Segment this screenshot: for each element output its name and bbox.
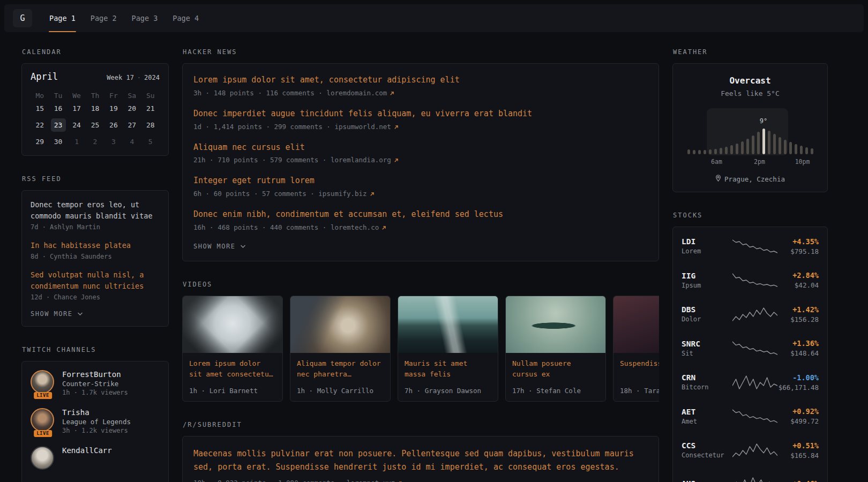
hn-item-title[interactable]: Donec enim nibh, condimentum et accumsan… bbox=[193, 209, 648, 221]
twitch-channel[interactable]: LIVE ForrestBurton Counter-Strike 1h · 1… bbox=[31, 370, 160, 396]
hn-item-title[interactable]: Aliquam nec cursus elit bbox=[193, 142, 648, 154]
hn-item-stats: 21h · 710 points · 579 comments · bbox=[193, 156, 331, 164]
video-card[interactable]: Suspendisse diam 18h · Tara bbox=[613, 296, 659, 402]
calendar-day-header: Mo bbox=[31, 91, 49, 100]
hn-item-domain[interactable]: loremdomain.com bbox=[326, 89, 387, 97]
hn-item: Lorem ipsum dolor sit amet, consectetur … bbox=[193, 74, 648, 97]
weather-bar bbox=[752, 135, 754, 154]
weather-bar bbox=[779, 137, 781, 154]
twitch-widget: TWITCH CHANNELS LIVE ForrestBurton Count… bbox=[21, 346, 169, 482]
twitch-channel[interactable]: LIVE Trisha League of Legends 3h · 1.2k … bbox=[31, 408, 160, 434]
hn-item-title[interactable]: Integer eget rutrum lorem bbox=[193, 175, 648, 187]
hn-item-domain[interactable]: ipsumworld.net bbox=[334, 123, 391, 131]
channel-name[interactable]: Trisha bbox=[62, 408, 131, 417]
stock-row: AHS +0.46% bbox=[682, 468, 819, 482]
rss-show-more-button[interactable]: SHOW MORE bbox=[31, 310, 83, 318]
external-link-icon bbox=[391, 123, 399, 131]
video-card[interactable]: Nullam posuere cursus ex 17h · Stefan Co… bbox=[505, 296, 606, 402]
calendar-day: 24 bbox=[68, 117, 86, 133]
page-tab[interactable]: Page 3 bbox=[124, 4, 166, 32]
calendar-day: 3 bbox=[104, 133, 123, 150]
weather-card: Overcast Feels like 5°C 9° 6am 2pm 10pm … bbox=[672, 63, 828, 192]
video-title[interactable]: Suspendisse diam bbox=[613, 353, 659, 369]
hn-item-meta: 3h · 148 points · 116 comments · loremdo… bbox=[193, 89, 648, 97]
subreddit-post-stats: 19h · 9,932 points · 1,090 comments · bbox=[193, 479, 347, 482]
video-card[interactable]: Lorem ipsum dolor sit amet consectetu… 1… bbox=[182, 296, 283, 402]
live-badge: LIVE bbox=[34, 392, 52, 399]
hn-item: Integer eget rutrum lorem 6h · 60 points… bbox=[193, 175, 648, 198]
stock-sparkline bbox=[732, 306, 778, 322]
hn-item-title[interactable]: Donec imperdiet augue tincidunt felis al… bbox=[193, 108, 648, 120]
hn-item-domain[interactable]: ipsumify.biz bbox=[318, 190, 366, 198]
stock-ticker: AET bbox=[682, 408, 732, 416]
video-meta: 7h · Grayson Dawson bbox=[398, 382, 498, 401]
hn-item-title[interactable]: Lorem ipsum dolor sit amet, consectetur … bbox=[193, 74, 648, 86]
weather-location: Prague, Czechia bbox=[682, 175, 819, 183]
video-thumbnail[interactable] bbox=[613, 296, 659, 353]
stock-price: $499.72 bbox=[778, 417, 819, 425]
subreddit-post-domain[interactable]: loremnet.xyz bbox=[347, 479, 395, 482]
stocks-card: LDI Lorem +4.35% $795.18 bbox=[672, 227, 828, 482]
weather-bar bbox=[784, 140, 787, 154]
weather-max-temp-label: 9° bbox=[760, 117, 767, 125]
video-meta: 18h · Tara bbox=[613, 382, 659, 401]
video-thumbnail[interactable] bbox=[290, 296, 390, 353]
subreddit-post: Maecenas mollis pulvinar erat non posuer… bbox=[193, 447, 648, 482]
weather-bars: 9° bbox=[687, 122, 813, 154]
channel-name[interactable]: KendallCarr bbox=[62, 446, 112, 455]
channel-meta: 1h · 1.7k viewers bbox=[62, 389, 128, 396]
stock-price: $156.28 bbox=[778, 315, 819, 323]
hn-item-domain[interactable]: loremtech.co bbox=[331, 223, 379, 231]
separator-dot: · bbox=[137, 74, 141, 81]
calendar-card: April Week 17·2024 Mo Tu We Th Fr bbox=[21, 63, 169, 156]
video-title[interactable]: Aliquam tempor dolor nec pharetra… bbox=[290, 353, 390, 380]
rss-item-title[interactable]: Sed volutpat nulla nisl, a condimentum n… bbox=[31, 269, 160, 292]
hackernews-widget: HACKER NEWS Lorem ipsum dolor sit amet, … bbox=[182, 48, 659, 261]
video-thumbnail[interactable] bbox=[183, 296, 282, 353]
calendar-day-header: Tu bbox=[49, 91, 67, 100]
rss-item-title[interactable]: Donec tempor eros leo, ut commodo mauris… bbox=[31, 199, 160, 222]
time-label: 6am bbox=[711, 158, 722, 165]
calendar-day: 27 bbox=[123, 117, 141, 133]
stock-identity: AET Amet bbox=[682, 408, 732, 425]
calendar-day: 17 bbox=[68, 100, 86, 117]
top-bar: G Page 1 Page 2 Page 3 Page 4 bbox=[4, 4, 864, 32]
video-title[interactable]: Mauris sit amet massa felis bbox=[398, 353, 498, 380]
hn-show-more-button[interactable]: SHOW MORE bbox=[193, 243, 246, 250]
video-card[interactable]: Mauris sit amet massa felis 7h · Grayson… bbox=[398, 296, 498, 402]
video-title[interactable]: Lorem ipsum dolor sit amet consectetu… bbox=[183, 353, 282, 380]
time-label: 10pm bbox=[795, 158, 810, 165]
calendar-header: April Week 17·2024 bbox=[31, 71, 160, 82]
weather-condition: Overcast bbox=[682, 76, 819, 86]
video-thumbnail[interactable] bbox=[398, 296, 498, 353]
calendar-day-header: Th bbox=[86, 91, 104, 100]
stock-name: Lorem bbox=[682, 247, 732, 255]
subreddit-post-title[interactable]: Maecenas mollis pulvinar erat non posuer… bbox=[193, 447, 648, 475]
stock-price: $165.84 bbox=[778, 451, 819, 460]
stock-ticker: LDI bbox=[682, 237, 732, 246]
calendar-day: 26 bbox=[104, 117, 123, 133]
video-card[interactable]: Aliquam tempor dolor nec pharetra… 1h · … bbox=[290, 296, 391, 402]
page-tab[interactable]: Page 1 bbox=[42, 4, 83, 32]
stock-values: -1.00% $66,171.48 bbox=[778, 373, 819, 391]
video-meta: 1h · Molly Carrillo bbox=[290, 382, 390, 401]
video-thumbnail[interactable] bbox=[506, 296, 605, 353]
stock-change: +1.36% bbox=[778, 339, 819, 348]
rss-widget: RSS FEED Donec tempor eros leo, ut commo… bbox=[21, 175, 169, 327]
avatar: LIVE bbox=[31, 408, 55, 434]
hn-item-domain[interactable]: loremlandia.org bbox=[331, 156, 391, 164]
rss-item-title[interactable]: In hac habitasse platea bbox=[31, 240, 160, 251]
stock-sparkline bbox=[732, 408, 778, 424]
app-logo[interactable]: G bbox=[13, 9, 32, 27]
stock-price: $148.64 bbox=[778, 349, 819, 357]
page-tab[interactable]: Page 4 bbox=[165, 4, 206, 32]
video-title[interactable]: Nullam posuere cursus ex bbox=[506, 353, 605, 380]
videos-row: Lorem ipsum dolor sit amet consectetu… 1… bbox=[182, 296, 659, 402]
calendar-grid: 15 16 17 18 bbox=[31, 100, 160, 150]
rss-item: Donec tempor eros leo, ut commodo mauris… bbox=[31, 199, 160, 231]
twitch-channel[interactable]: LIVE KendallCarr bbox=[31, 446, 160, 470]
channel-name[interactable]: ForrestBurton bbox=[62, 370, 128, 379]
weather-bar bbox=[741, 141, 744, 154]
weather-bar bbox=[800, 146, 803, 154]
page-tab[interactable]: Page 2 bbox=[83, 4, 124, 32]
